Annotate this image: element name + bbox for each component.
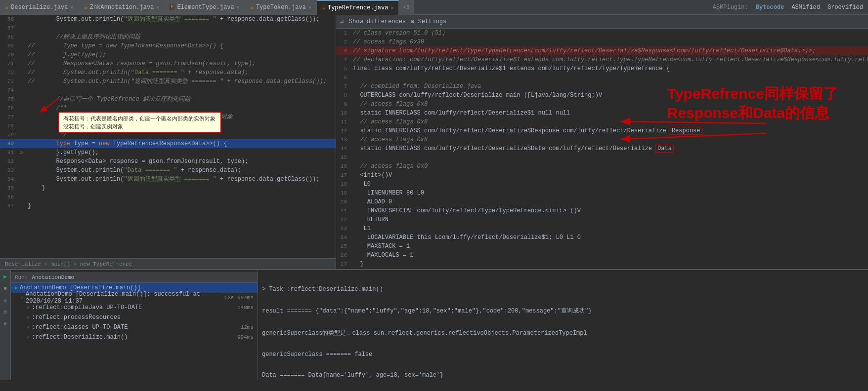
run-item-success[interactable]: ✓ AnotationDemo [Deserialize.main()]: su… — [11, 293, 258, 303]
right-panel: ⇄ Show differences ⚙ Settings 1 // class… — [336, 15, 868, 269]
run-main: Run: AnotationDemo ▶ AnotationDemo [Dese… — [11, 270, 868, 380]
show-differences-button[interactable]: Show differences — [349, 18, 406, 25]
run-icon[interactable]: ▶ — [1, 273, 9, 280]
expand-icon[interactable]: ⊞ — [1, 308, 9, 316]
code-line-66: 66 System.out.println("返回的泛型真实类型 =======… — [0, 15, 336, 24]
bc-line-2: 2 // access flags 0x30 — [336, 38, 868, 46]
code-line-87: 87 } — [0, 201, 336, 210]
annotation-tooltip: 有花括号：代表是匿名内部类，创建一个匿名内部类的实例对象 没花括号，创建实例对象 — [58, 112, 221, 133]
console-line-1: > Task :reflect:Deserialize.main() — [262, 286, 864, 293]
bc-line-1: 1 // class version 51.0 (51) — [336, 29, 868, 38]
bc-line-26: 26 MAXLOCALS = 1 — [336, 251, 868, 260]
close-tab-0[interactable]: ✕ — [70, 4, 73, 10]
breadcrumb: Deserialize › main() › new TypeRefrence — [0, 258, 336, 269]
check-icon-3: ✓ — [27, 324, 30, 330]
tab-znkannotation[interactable]: ☕ ZnkAnnotation.java ✕ — [79, 0, 165, 15]
bc-line-22: 22 RETURN — [336, 215, 868, 224]
console-line-4: genericSuperclass ======= false — [262, 351, 864, 358]
code-line-68: 68 //解决上面反序列化出现的问题 — [0, 33, 336, 41]
code-line-70: 70 // }.getType(); — [0, 50, 336, 59]
bc-line-25: 25 MAXSTACK = 1 — [336, 242, 868, 251]
check-icon-2: ✓ — [27, 305, 30, 311]
check-icon-1: ✓ — [21, 295, 24, 301]
code-line-71: 71 // Response<Data> response = gson.fro… — [0, 59, 336, 68]
run-item-resources[interactable]: ○ :reflect:processResources — [11, 313, 258, 322]
java-icon-4: ☕ — [322, 4, 325, 11]
console-output: > Task :reflect:Deserialize.main() resul… — [258, 270, 868, 380]
code-line-81: 81 ⚠ }.getType(); — [0, 148, 336, 157]
close-tab-2[interactable]: ✕ — [237, 4, 240, 10]
bc-line-28: 28 } — [336, 269, 868, 269]
tab-elementtype[interactable]: E ElementType.java ✕ — [165, 0, 245, 15]
bc-line-21: 21 INVOKESPECIAL com/luffy/reflect/Type/… — [336, 206, 868, 215]
bc-line-23: 23 L1 — [336, 224, 868, 233]
console-line-3: genericSuperclass的类型是：class sun.reflect.… — [262, 329, 864, 337]
code-line-74: 74 — [0, 86, 336, 95]
bc-line-4: 4 // declaration: com/luffy/reflect/Dese… — [336, 55, 868, 64]
close-tab-4[interactable]: ✕ — [391, 5, 393, 11]
menu-groovified[interactable]: Groovified — [827, 4, 863, 11]
big-annotation: TypeRefrence同样保留了 Response和Data的信息 — [667, 84, 838, 122]
right-toolbar: ⇄ Show differences ⚙ Settings — [336, 15, 868, 29]
circle-icon: ○ — [27, 315, 30, 320]
bc-line-17: 17 <init>()V — [336, 171, 868, 180]
bc-line-6: 6 — [336, 73, 868, 82]
tab-typetoken[interactable]: ☕ TypeToken.java ✕ — [245, 0, 317, 15]
stop-icon[interactable]: ■ — [1, 284, 9, 292]
left-editor: 66 System.out.println("返回的泛型真实类型 =======… — [0, 15, 336, 269]
bc-line-15: 15 — [336, 153, 868, 162]
java-icon-2: ☕ — [84, 3, 87, 11]
bc-line-27: 27 } — [336, 260, 868, 269]
code-line-75: 75 //自己写一个 TypeRefrence 解决反序列化问题 — [0, 95, 336, 104]
bc-line-12: 12 static INNERCLASS com/luffy/reflect/D… — [336, 126, 868, 135]
code-line-84: 84 System.out.println("返回的泛型真实类型 =======… — [0, 175, 336, 184]
run-item-classes[interactable]: ✓ :reflect:classes UP-TO-DATE 12ms — [11, 322, 258, 332]
code-line-85: 85 } — [0, 184, 336, 193]
code-line-69: 69 // Type type = new TypeToken<Response… — [0, 41, 336, 50]
bytecode-area[interactable]: 1 // class version 51.0 (51) 2 // access… — [336, 29, 868, 269]
code-line-82: 82 Response<Data> response = gson.fromJs… — [0, 157, 336, 166]
run-sidebar: ▶ ■ ↺ ⊞ ⚙ — [0, 270, 11, 380]
bc-line-20: 20 ALOAD 0 — [336, 197, 868, 206]
bottom-panel: ▶ ■ ↺ ⊞ ⚙ Run: AnotationDemo ▶ Anotation… — [0, 269, 868, 380]
run-play-icon: ▶ — [15, 285, 18, 291]
run-item-deserialize[interactable]: ✓ :reflect:Deserialize.main() 904ms — [11, 332, 258, 342]
close-tab-1[interactable]: ✕ — [156, 4, 159, 10]
tab-more[interactable]: +5 — [399, 0, 414, 15]
asmplugin-label: ASMPlugin: — [713, 4, 748, 11]
run-item-compile[interactable]: ✓ :reflect:compileJava UP-TO-DATE 148ms — [11, 303, 258, 313]
close-tab-3[interactable]: ✕ — [308, 4, 311, 10]
settings-icon-run[interactable]: ⚙ — [1, 320, 9, 328]
menu-bytecode[interactable]: Bytecode — [756, 4, 784, 11]
bc-line-18: 18 L0 — [336, 180, 868, 189]
settings-button[interactable]: ⚙ Settings — [411, 18, 446, 25]
console-line-2: result ======= {"data":{"name":"luffy","… — [262, 307, 864, 315]
check-icon-4: ✓ — [27, 334, 30, 340]
bc-line-13: 13 // access flags 0x8 — [336, 135, 868, 144]
tab-typerefrence[interactable]: ☕ TypeRefrence.java ✕ — [317, 0, 399, 15]
bc-line-3: 3 // signature Lcom/luffy/reflect/Type/T… — [336, 46, 868, 55]
run-header: Run: AnotationDemo — [11, 272, 258, 283]
code-line-86: 86 — [0, 193, 336, 201]
code-line-83: 83 System.out.println("Data ======= " + … — [0, 166, 336, 175]
code-line-73: 73 // System.out.println("返回的泛型真实类型 ====… — [0, 77, 336, 86]
tab-deserialize[interactable]: ☕ Deserialize.java ✕ — [0, 0, 79, 15]
rerun-icon[interactable]: ↺ — [1, 296, 9, 304]
bc-line-19: 19 LINENUMBER 80 L0 — [336, 189, 868, 197]
top-menu: ASMPlugin: Bytecode ASMified Groovified — [713, 4, 868, 11]
run-tree: Run: AnotationDemo ▶ AnotationDemo [Dese… — [11, 270, 258, 380]
bc-line-5: 5 final class com/luffy/reflect/Deserial… — [336, 64, 868, 73]
code-line-80: 80 Type type = new TypeRefrence<Response… — [0, 139, 336, 148]
menu-asmified[interactable]: ASMified — [791, 4, 820, 11]
java-icon: ☕ — [5, 3, 8, 11]
bc-line-24: 24 LOCALVARIABLE this Lcom/luffy/reflect… — [336, 233, 868, 242]
tab-bar: ☕ Deserialize.java ✕ ☕ ZnkAnnotation.jav… — [0, 0, 868, 15]
show-diff-icon: ⇄ — [340, 18, 344, 26]
elementtype-icon: E — [170, 4, 174, 10]
bc-line-16: 16 // access flags 0x0 — [336, 162, 868, 171]
bc-line-14: 14 static INNERCLASS com/luffy/reflect/D… — [336, 144, 868, 153]
console-line-5: Data ======= Data{name='luffy', age=18, … — [262, 372, 864, 379]
code-line-72: 72 // System.out.println("Data ======= "… — [0, 68, 336, 77]
code-line-67: 67 — [0, 24, 336, 33]
code-area-left[interactable]: 66 System.out.println("返回的泛型真实类型 =======… — [0, 15, 336, 258]
